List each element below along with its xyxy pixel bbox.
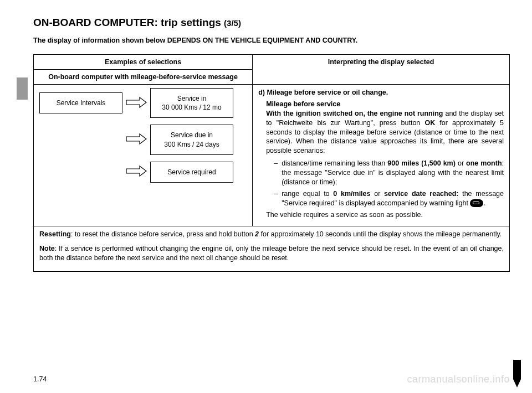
box-service-in-line1: Service in <box>155 94 228 103</box>
desc-list: distance/time remaining less than 900 mi… <box>266 159 504 208</box>
li2b: 0 km/miles <box>333 190 370 198</box>
settings-table: Examples of selections Interpreting the … <box>33 54 510 272</box>
note-text: : If a service is performed without chan… <box>39 245 504 262</box>
title-main: ON-BOARD COMPUTER: trip settings <box>33 17 224 28</box>
li1a: distance/time remaining less than <box>282 159 387 167</box>
diagram-cell: Service Intervals Service in 30 000 Kms … <box>34 85 253 226</box>
box-service-intervals: Service Intervals <box>39 92 122 113</box>
reset-text: : to reset the distance before service, … <box>71 230 255 238</box>
desc-list-item-1: distance/time remaining less than 900 mi… <box>274 159 504 187</box>
desc-p2: The vehicle requires a service as soon a… <box>266 210 504 220</box>
desc-heading: d) Mileage before service or oil change. <box>258 88 504 97</box>
header-subtitle: On-board computer with mileage-before-se… <box>34 70 253 85</box>
li1c: or <box>456 159 466 167</box>
header-examples: Examples of selections <box>34 55 253 70</box>
section-tab <box>17 77 28 100</box>
page-thumb-tab <box>513 360 521 387</box>
arrow-icon <box>122 133 150 146</box>
desc-p1c: OK <box>424 119 435 127</box>
li1b: 900 miles (1,500 km) <box>387 159 456 167</box>
desc-sub1: Mileage before service <box>266 100 340 108</box>
li1d: one month <box>466 159 502 167</box>
box-service-required: Service required <box>150 162 233 183</box>
desc-paragraph-1: Mileage before service With the ignition… <box>266 100 504 156</box>
box-service-due: Service due in 300 Kms / 24 days <box>150 125 233 154</box>
li2f: . <box>483 199 485 207</box>
title-sub: (3/5) <box>224 18 241 28</box>
watermark: carmanualsonline.info <box>407 374 510 385</box>
li2c: or <box>370 190 384 198</box>
li2a: range equal to <box>282 190 333 198</box>
description-cell: d) Mileage before service or oil change.… <box>253 85 510 226</box>
arrow-icon <box>122 166 150 178</box>
box-service-in-line2: 30 000 Kms / 12 mo <box>155 103 228 112</box>
box-service-in: Service in 30 000 Kms / 12 mo <box>150 88 233 118</box>
svg-marker-2 <box>126 166 146 176</box>
desc-list-item-2: range equal to 0 km/miles or service dat… <box>274 189 504 208</box>
svg-marker-1 <box>126 134 146 144</box>
note-label: Note <box>39 245 55 252</box>
reset-text2: for approximately 10 seconds until the d… <box>259 230 502 238</box>
reset-label: Resetting <box>39 230 71 238</box>
footer-cell: Resetting: to reset the distance before … <box>34 226 510 272</box>
svg-marker-0 <box>126 97 146 107</box>
page-title: ON-BOARD COMPUTER: trip settings (3/5) <box>33 17 510 29</box>
reset-paragraph: Resetting: to reset the distance before … <box>39 230 504 240</box>
page-number: 1.74 <box>33 375 47 383</box>
desc-p1-bold: With the ignition switched on, the engin… <box>266 110 443 117</box>
box-service-due-line2: 300 Kms / 24 days <box>155 140 228 149</box>
box-service-due-line1: Service due in <box>155 131 228 139</box>
intro-text: The display of information shown below D… <box>33 37 510 44</box>
header-interpreting: Interpreting the display selected <box>253 55 510 85</box>
note-paragraph: Note: If a service is performed without … <box>39 244 504 263</box>
li2d: service date reached: <box>384 190 458 198</box>
wrench-icon <box>470 199 483 207</box>
arrow-icon <box>122 97 150 110</box>
